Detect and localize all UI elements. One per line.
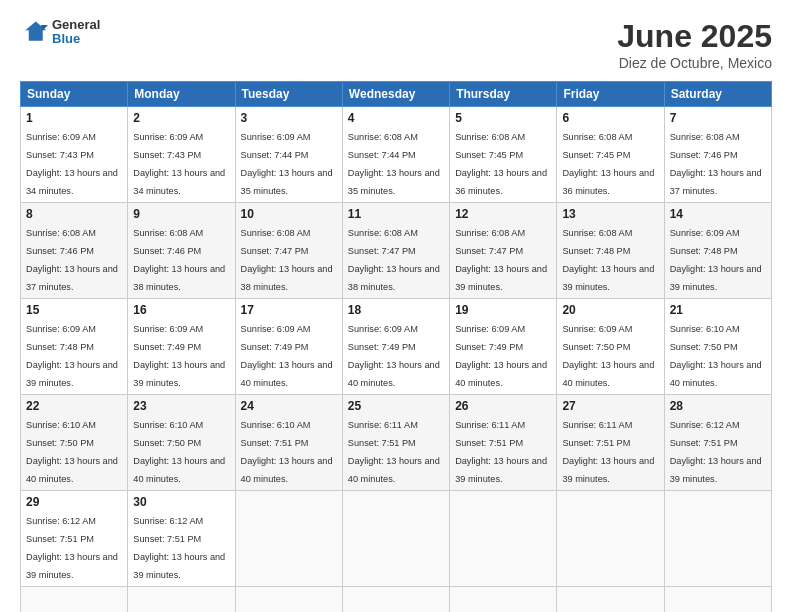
calendar-day-cell [450,587,557,613]
header-tuesday: Tuesday [235,82,342,107]
day-number: 15 [26,303,122,317]
day-number: 14 [670,207,766,221]
day-detail: Sunrise: 6:08 AMSunset: 7:47 PMDaylight:… [455,228,547,292]
calendar-day-cell [342,587,449,613]
day-number: 20 [562,303,658,317]
calendar-day-cell: 20 Sunrise: 6:09 AMSunset: 7:50 PMDaylig… [557,299,664,395]
day-number: 8 [26,207,122,221]
calendar-week-row: 1 Sunrise: 6:09 AMSunset: 7:43 PMDayligh… [21,107,772,203]
day-number: 10 [241,207,337,221]
day-number: 25 [348,399,444,413]
calendar-day-cell: 29 Sunrise: 6:12 AMSunset: 7:51 PMDaylig… [21,491,128,587]
day-detail: Sunrise: 6:12 AMSunset: 7:51 PMDaylight:… [133,516,225,580]
header-monday: Monday [128,82,235,107]
day-detail: Sunrise: 6:09 AMSunset: 7:50 PMDaylight:… [562,324,654,388]
day-number: 9 [133,207,229,221]
day-detail: Sunrise: 6:08 AMSunset: 7:44 PMDaylight:… [348,132,440,196]
calendar-week-row: 22 Sunrise: 6:10 AMSunset: 7:50 PMDaylig… [21,395,772,491]
calendar-day-cell [664,587,771,613]
day-detail: Sunrise: 6:08 AMSunset: 7:46 PMDaylight:… [133,228,225,292]
day-detail: Sunrise: 6:09 AMSunset: 7:49 PMDaylight:… [133,324,225,388]
calendar-day-cell [128,587,235,613]
day-number: 21 [670,303,766,317]
day-number: 4 [348,111,444,125]
logo-icon [20,18,48,46]
calendar-day-cell: 13 Sunrise: 6:08 AMSunset: 7:48 PMDaylig… [557,203,664,299]
day-detail: Sunrise: 6:10 AMSunset: 7:50 PMDaylight:… [670,324,762,388]
calendar-day-cell: 26 Sunrise: 6:11 AMSunset: 7:51 PMDaylig… [450,395,557,491]
calendar-day-cell: 5 Sunrise: 6:08 AMSunset: 7:45 PMDayligh… [450,107,557,203]
calendar-day-cell [664,491,771,587]
calendar-day-cell: 4 Sunrise: 6:08 AMSunset: 7:44 PMDayligh… [342,107,449,203]
svg-marker-0 [25,22,46,41]
day-number: 3 [241,111,337,125]
day-number: 11 [348,207,444,221]
calendar-day-cell: 2 Sunrise: 6:09 AMSunset: 7:43 PMDayligh… [128,107,235,203]
day-detail: Sunrise: 6:11 AMSunset: 7:51 PMDaylight:… [562,420,654,484]
subtitle: Diez de Octubre, Mexico [617,55,772,71]
day-number: 30 [133,495,229,509]
logo-text: General Blue [52,18,100,47]
day-detail: Sunrise: 6:08 AMSunset: 7:46 PMDaylight:… [26,228,118,292]
day-detail: Sunrise: 6:10 AMSunset: 7:50 PMDaylight:… [133,420,225,484]
logo-general-text: General [52,18,100,32]
header-thursday: Thursday [450,82,557,107]
calendar-table: Sunday Monday Tuesday Wednesday Thursday… [20,81,772,612]
day-detail: Sunrise: 6:08 AMSunset: 7:45 PMDaylight:… [562,132,654,196]
day-number: 23 [133,399,229,413]
day-number: 19 [455,303,551,317]
day-number: 16 [133,303,229,317]
calendar-day-cell: 28 Sunrise: 6:12 AMSunset: 7:51 PMDaylig… [664,395,771,491]
day-number: 26 [455,399,551,413]
calendar-day-cell: 27 Sunrise: 6:11 AMSunset: 7:51 PMDaylig… [557,395,664,491]
day-detail: Sunrise: 6:12 AMSunset: 7:51 PMDaylight:… [26,516,118,580]
calendar-day-cell [342,491,449,587]
calendar-day-cell: 23 Sunrise: 6:10 AMSunset: 7:50 PMDaylig… [128,395,235,491]
day-detail: Sunrise: 6:08 AMSunset: 7:47 PMDaylight:… [241,228,333,292]
calendar-day-cell: 18 Sunrise: 6:09 AMSunset: 7:49 PMDaylig… [342,299,449,395]
calendar-day-cell: 6 Sunrise: 6:08 AMSunset: 7:45 PMDayligh… [557,107,664,203]
day-detail: Sunrise: 6:09 AMSunset: 7:43 PMDaylight:… [133,132,225,196]
main-title: June 2025 [617,18,772,55]
day-number: 12 [455,207,551,221]
day-detail: Sunrise: 6:09 AMSunset: 7:44 PMDaylight:… [241,132,333,196]
calendar-day-cell: 22 Sunrise: 6:10 AMSunset: 7:50 PMDaylig… [21,395,128,491]
logo-blue-text: Blue [52,32,100,46]
calendar-day-cell: 3 Sunrise: 6:09 AMSunset: 7:44 PMDayligh… [235,107,342,203]
calendar-week-row [21,587,772,613]
calendar-day-cell: 15 Sunrise: 6:09 AMSunset: 7:48 PMDaylig… [21,299,128,395]
day-number: 2 [133,111,229,125]
day-detail: Sunrise: 6:12 AMSunset: 7:51 PMDaylight:… [670,420,762,484]
day-number: 18 [348,303,444,317]
calendar-day-cell [235,491,342,587]
day-number: 17 [241,303,337,317]
calendar-day-cell: 21 Sunrise: 6:10 AMSunset: 7:50 PMDaylig… [664,299,771,395]
calendar-day-cell [235,587,342,613]
calendar-day-cell: 1 Sunrise: 6:09 AMSunset: 7:43 PMDayligh… [21,107,128,203]
day-detail: Sunrise: 6:09 AMSunset: 7:49 PMDaylight:… [348,324,440,388]
header-friday: Friday [557,82,664,107]
header-sunday: Sunday [21,82,128,107]
calendar-day-cell: 9 Sunrise: 6:08 AMSunset: 7:46 PMDayligh… [128,203,235,299]
day-detail: Sunrise: 6:09 AMSunset: 7:43 PMDaylight:… [26,132,118,196]
day-detail: Sunrise: 6:11 AMSunset: 7:51 PMDaylight:… [348,420,440,484]
header: General Blue June 2025 Diez de Octubre, … [20,18,772,71]
calendar-week-row: 15 Sunrise: 6:09 AMSunset: 7:48 PMDaylig… [21,299,772,395]
day-number: 13 [562,207,658,221]
calendar-day-cell: 10 Sunrise: 6:08 AMSunset: 7:47 PMDaylig… [235,203,342,299]
title-block: June 2025 Diez de Octubre, Mexico [617,18,772,71]
calendar-day-cell: 16 Sunrise: 6:09 AMSunset: 7:49 PMDaylig… [128,299,235,395]
day-number: 22 [26,399,122,413]
day-number: 5 [455,111,551,125]
calendar-day-cell: 14 Sunrise: 6:09 AMSunset: 7:48 PMDaylig… [664,203,771,299]
day-detail: Sunrise: 6:09 AMSunset: 7:49 PMDaylight:… [241,324,333,388]
calendar-day-cell: 12 Sunrise: 6:08 AMSunset: 7:47 PMDaylig… [450,203,557,299]
calendar-day-cell: 11 Sunrise: 6:08 AMSunset: 7:47 PMDaylig… [342,203,449,299]
calendar-day-cell: 8 Sunrise: 6:08 AMSunset: 7:46 PMDayligh… [21,203,128,299]
day-detail: Sunrise: 6:10 AMSunset: 7:51 PMDaylight:… [241,420,333,484]
calendar-day-cell [557,491,664,587]
day-number: 29 [26,495,122,509]
calendar-day-cell: 17 Sunrise: 6:09 AMSunset: 7:49 PMDaylig… [235,299,342,395]
day-detail: Sunrise: 6:08 AMSunset: 7:48 PMDaylight:… [562,228,654,292]
calendar-day-cell [21,587,128,613]
